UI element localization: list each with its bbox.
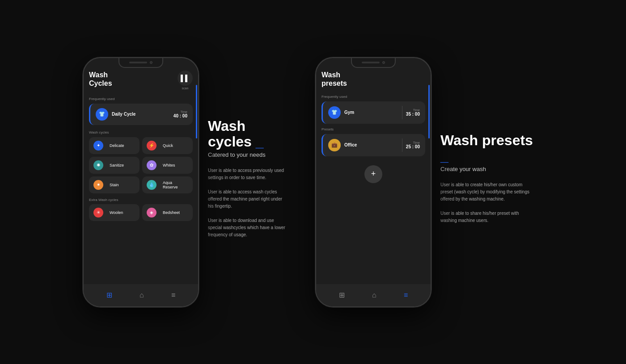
quick-tile[interactable]: ⚡ Quick: [142, 137, 193, 154]
bedsheet-icon: ◈: [147, 208, 156, 218]
woolen-icon: ✳: [93, 208, 103, 218]
feature-subtitle-2: Create your wash: [440, 166, 534, 172]
office-time: Time 25 : 00: [406, 141, 420, 149]
scan-button[interactable]: ▌▌ scan: [178, 71, 193, 90]
phone-wash-presets: Wash presets Frequently used 👕 Gym Time …: [315, 57, 431, 307]
gym-time: Time 35 : 00: [406, 109, 420, 117]
nav-home-icon-1[interactable]: ⌂: [140, 291, 144, 299]
screen-header-2: Wash presets: [321, 71, 425, 88]
gym-preset-card[interactable]: 👕 Gym Time 35 : 00: [321, 101, 425, 124]
camera: [150, 61, 152, 64]
delicate-tile[interactable]: ✦ Delicate: [89, 137, 140, 154]
time-label-1: Time: [173, 110, 187, 113]
text-section-2: Wash presets Create your wash User is ab…: [431, 124, 543, 240]
speaker: [129, 62, 147, 63]
shirt-icon: 👕: [99, 111, 105, 117]
gym-icon-symbol: 👕: [331, 109, 338, 115]
notch: [118, 58, 163, 68]
bedsheet-tile[interactable]: ◈ Bedsheet: [142, 204, 193, 221]
woolen-tile[interactable]: ✳ Woolen: [89, 204, 140, 221]
nav-settings-icon-2[interactable]: ≡: [404, 291, 408, 299]
phone1-screen: Wash Cycles ▌▌ scan Frequently used 👕: [84, 58, 198, 306]
fab-add-preset[interactable]: +: [364, 165, 382, 183]
bottom-nav-2: ⊞ ⌂ ≡: [316, 284, 431, 306]
whites-name: Whites: [163, 163, 175, 167]
freq-used-label-2: Frequently used: [321, 95, 425, 99]
cycles-grid: ✦ Delicate ⚡ Quick ✺ Saniti: [89, 137, 193, 193]
daily-cycle-time: Time 40 : 00: [173, 110, 187, 118]
whites-icon: ✿: [147, 160, 156, 170]
daily-cycle-name: Daily Cycle: [112, 112, 173, 117]
daily-cycle-icon: 👕: [96, 108, 108, 121]
quick-name: Quick: [163, 143, 173, 148]
aqua-reserve-icon: 💧: [147, 180, 156, 190]
aqua-reserve-name: Aqua Reserve: [163, 180, 188, 189]
freq-used-label-1: Frequently used: [89, 97, 193, 101]
divider-office: [402, 138, 402, 152]
scroll-bar: [196, 85, 197, 138]
office-time-value: 25 : 00: [406, 144, 420, 149]
gym-name: Gym: [344, 110, 398, 115]
woolen-name: Woolen: [110, 210, 123, 215]
divider-gym: [402, 106, 402, 119]
feature-subtitle-1: Catered to your needs: [208, 151, 288, 158]
feature-title-1: Wash cycles: [208, 118, 288, 150]
scan-circle: ▌▌: [178, 71, 193, 86]
office-preset-card[interactable]: 💼 Office Time 25 : 00: [321, 134, 425, 156]
screen-header-1: Wash Cycles ▌▌ scan: [89, 71, 193, 90]
whites-tile[interactable]: ✿ Whites: [142, 157, 193, 174]
text-section-1: Wash cycles Catered to your needs User i…: [199, 109, 297, 255]
extra-cycles-grid: ✳ Woolen ◈ Bedsheet: [89, 204, 193, 221]
stain-icon: ✷: [93, 180, 103, 190]
main-layout: Wash Cycles ▌▌ scan Frequently used 👕: [0, 0, 626, 364]
feature-desc-2a: User is able to create his/her own custo…: [440, 181, 534, 203]
scan-icon: ▌▌: [181, 75, 190, 82]
bottom-nav-1: ⊞ ⌂ ≡: [84, 284, 198, 306]
notch-2: [351, 58, 396, 68]
feature-desc-1c: User is able to download and use special…: [208, 217, 288, 238]
feature-desc-2b: User is able to share his/her preset wit…: [440, 210, 534, 224]
phone-wash-cycles: Wash Cycles ▌▌ scan Frequently used 👕: [83, 57, 199, 307]
screen-content-1: Wash Cycles ▌▌ scan Frequently used 👕: [84, 58, 198, 284]
feature-desc-1b: User is able to access wash cycles offer…: [208, 188, 288, 210]
feature-desc-1a: User is able to access previously used s…: [208, 167, 288, 181]
feature-title-2: Wash presets: [440, 133, 534, 164]
screen-title-2: Wash presets: [321, 71, 347, 88]
gym-time-value: 35 : 00: [406, 112, 420, 117]
stain-tile[interactable]: ✷ Stain: [89, 176, 140, 193]
speaker-2: [362, 62, 380, 63]
stain-name: Stain: [110, 183, 119, 187]
sanitize-name: Sanitize: [110, 163, 124, 167]
sanitize-icon: ✺: [93, 160, 103, 170]
screen-content-2: Wash presets Frequently used 👕 Gym Time …: [316, 58, 431, 284]
delicate-name: Delicate: [110, 143, 124, 148]
scroll-bar-2: [428, 85, 430, 138]
quick-icon: ⚡: [147, 141, 156, 151]
camera-2: [382, 61, 385, 64]
extra-wash-label: Extra Wash cycles: [89, 198, 193, 202]
sanitize-tile[interactable]: ✺ Sanitize: [89, 157, 140, 174]
phone2-screen: Wash presets Frequently used 👕 Gym Time …: [316, 58, 431, 306]
gym-time-label: Time: [406, 109, 420, 112]
nav-home-icon-2[interactable]: ⌂: [372, 291, 376, 299]
screen-title-1: Wash Cycles: [89, 71, 112, 88]
gym-icon: 👕: [328, 106, 341, 119]
nav-grid-icon-2[interactable]: ⊞: [339, 291, 345, 299]
presets-label: Presets: [321, 127, 425, 131]
wash-cycles-label: Wash cycles: [89, 130, 193, 134]
scan-label: scan: [182, 87, 189, 90]
office-name: Office: [344, 142, 398, 147]
time-value-1: 40 : 00: [173, 113, 187, 118]
office-time-label: Time: [406, 141, 420, 144]
nav-grid-icon-1[interactable]: ⊞: [106, 291, 112, 299]
nav-settings-icon-1[interactable]: ≡: [171, 291, 175, 299]
aqua-reserve-tile[interactable]: 💧 Aqua Reserve: [142, 176, 193, 193]
office-icon-symbol: 💼: [331, 142, 338, 148]
delicate-icon: ✦: [93, 141, 103, 151]
office-icon: 💼: [328, 139, 341, 151]
daily-cycle-card[interactable]: 👕 Daily Cycle Time 40 : 00: [89, 104, 193, 125]
bedsheet-name: Bedsheet: [163, 210, 180, 215]
